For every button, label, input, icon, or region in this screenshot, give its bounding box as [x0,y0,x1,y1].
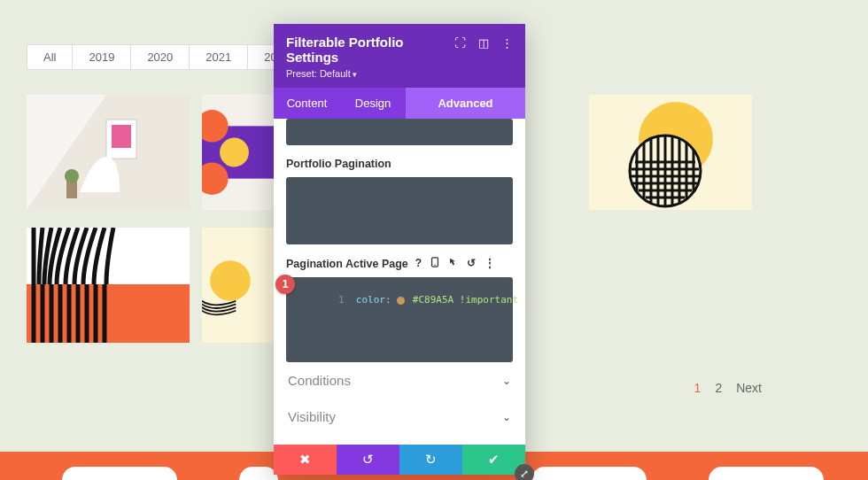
modal-footer: ✖ ↺ ↻ ✔ [274,445,525,475]
css-semicolon: ; [518,294,525,306]
chevron-down-icon: ⌄ [502,375,511,387]
svg-rect-3 [112,125,131,148]
css-input-pagination-active-page[interactable]: 1 1 color: #C89A5A !important; [286,277,513,362]
responsive-icon[interactable] [430,257,439,270]
portfolio-item[interactable] [202,95,276,210]
resize-handle-icon[interactable]: ⤢ [515,464,534,480]
portfolio-item[interactable] [27,95,190,210]
tab-advanced[interactable]: Advanced [406,88,525,119]
portfolio-item[interactable] [589,95,752,210]
line-number: 1 [338,294,345,306]
page-next[interactable]: Next [736,381,762,395]
accordion-visibility[interactable]: Visibility ⌄ [286,399,513,435]
page-1[interactable]: 1 [694,381,701,395]
hover-icon[interactable] [448,257,458,270]
decoration [709,467,824,480]
portfolio-item[interactable] [202,228,276,343]
decoration [531,467,647,480]
undo-button[interactable]: ↺ [337,445,399,475]
field-label-pagination-active-page: Pagination Active Page ? ↺ ⋮ [286,257,513,270]
css-property: color: [356,294,391,306]
filter-all[interactable]: All [27,44,73,70]
filter-2021[interactable]: 2021 [190,44,248,70]
modal-header[interactable]: Filterable Portfolio Settings Preset: De… [274,24,525,88]
modal-body: Portfolio Pagination Pagination Active P… [274,119,525,445]
field-label-portfolio-pagination: Portfolio Pagination [286,158,513,170]
decoration [239,467,278,480]
page-2[interactable]: 2 [715,381,722,395]
decoration [62,467,177,480]
preset-dropdown[interactable]: Preset: Default [286,68,454,79]
css-hex: #C89A5A [413,294,453,306]
filter-2019[interactable]: 2019 [73,44,131,70]
snap-icon[interactable]: ◫ [478,36,489,50]
reset-icon[interactable]: ↺ [467,257,476,270]
color-swatch-icon [397,297,405,305]
portfolio-item[interactable] [27,228,190,343]
svg-point-42 [210,260,251,301]
filter-2020[interactable]: 2020 [131,44,190,70]
redo-button[interactable]: ↻ [399,445,462,475]
svg-point-44 [434,265,435,266]
kebab-menu-icon[interactable]: ⋮ [501,36,513,50]
svg-point-9 [220,138,249,167]
settings-modal: Filterable Portfolio Settings Preset: De… [274,24,525,475]
kebab-menu-icon[interactable]: ⋮ [484,257,495,270]
css-input-previous[interactable] [286,119,513,145]
step-badge: 1 [275,275,295,294]
css-input-portfolio-pagination[interactable] [286,177,513,244]
accordion-conditions[interactable]: Conditions ⌄ [286,362,513,399]
chevron-down-icon: ⌄ [502,411,511,423]
cancel-button[interactable]: ✖ [274,445,337,475]
help-icon[interactable]: ? [415,257,422,270]
modal-title: Filterable Portfolio Settings [286,35,454,65]
tab-design[interactable]: Design [340,88,406,119]
css-important: !important [460,294,518,306]
svg-point-5 [65,169,79,183]
expand-icon[interactable]: ⛶ [454,36,466,50]
tab-content[interactable]: Content [274,88,340,119]
portfolio-pagination: 1 2 Next [694,381,762,395]
tab-bar: Content Design Advanced [274,88,525,119]
